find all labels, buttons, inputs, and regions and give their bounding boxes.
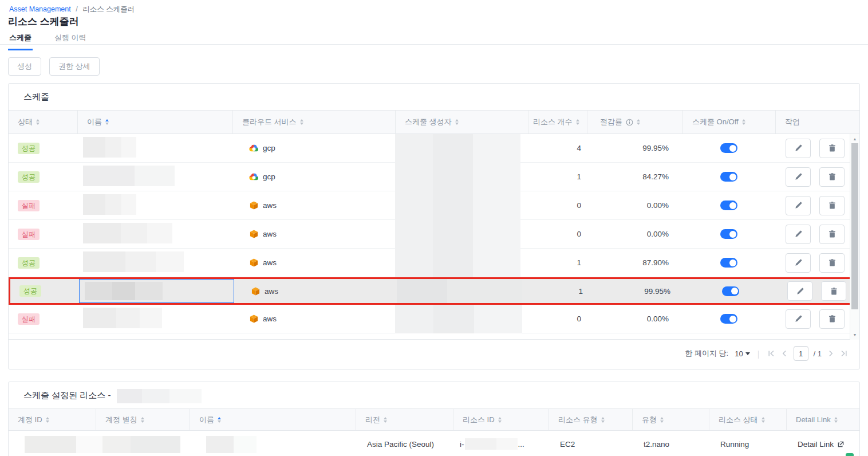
resource-type-cell: EC2 [549, 440, 632, 449]
resource-count-cell: 1 [530, 287, 589, 296]
column-header-status[interactable]: 상태 [9, 111, 77, 133]
schedule-on-off-toggle[interactable] [720, 258, 737, 268]
table-row[interactable]: 성공 gcp 4 99.95% [9, 134, 859, 163]
breadcrumb-link-asset-management[interactable]: Asset Management [9, 5, 71, 13]
schedule-on-off-toggle[interactable] [720, 143, 737, 153]
column-header-resource-id[interactable]: 리소스 ID [453, 409, 549, 430]
chat-widget-peek[interactable] [846, 453, 854, 456]
schedule-on-off-toggle[interactable] [722, 286, 739, 296]
schedule-on-off-toggle[interactable] [720, 314, 737, 324]
tab-divider [0, 44, 868, 45]
detail-link[interactable]: Detail Link [798, 440, 834, 449]
table-row-selected[interactable]: 성공 aws 1 99.95% [9, 277, 859, 305]
column-header-name[interactable]: 이름 [190, 409, 356, 430]
delete-button[interactable] [819, 196, 845, 215]
redacted-account-id [25, 436, 180, 453]
info-icon[interactable] [626, 119, 633, 126]
status-badge: 실패 [18, 200, 40, 211]
edit-button[interactable] [786, 196, 811, 215]
table-row[interactable]: 실패 aws 0 0.00% [9, 191, 859, 220]
create-button[interactable]: 생성 [8, 57, 41, 76]
column-header-resource-state[interactable]: 리소스 상태 [709, 409, 786, 430]
chevron-down-icon [745, 352, 750, 355]
column-header-schedule-on-off[interactable]: 스케줄 On/Off [682, 111, 775, 133]
edit-button[interactable] [786, 225, 811, 244]
saving-rate-cell: 0.00% [587, 315, 682, 323]
delete-button[interactable] [819, 225, 845, 244]
delete-button[interactable] [819, 253, 845, 273]
table-row[interactable]: 실패 aws 0 0.00% [9, 220, 859, 249]
region-cell: Asia Pacific (Seoul) [356, 440, 453, 449]
scrollbar-thumb[interactable] [851, 143, 858, 309]
column-header-resource-type[interactable]: 리소스 유형 [549, 409, 632, 430]
last-page-button[interactable] [840, 349, 848, 357]
cloud-service-cell: aws [232, 201, 395, 210]
delete-button[interactable] [821, 281, 846, 301]
table-row[interactable]: 성공 gcp 1 84.27% [9, 163, 859, 191]
schedule-on-off-toggle[interactable] [720, 201, 737, 210]
resource-id-cell: i- ... [453, 438, 549, 450]
type-cell: t2.nano [632, 440, 709, 449]
delete-button[interactable] [819, 167, 845, 187]
per-page-select[interactable]: 10 [735, 349, 749, 358]
delete-button[interactable] [819, 309, 845, 329]
creator-cell [397, 279, 530, 303]
saving-rate-cell: 84.27% [587, 172, 682, 181]
name-cell [77, 308, 232, 330]
sort-icon [498, 417, 502, 423]
toggle-cell [682, 229, 775, 239]
column-header-region[interactable]: 리전 [356, 409, 453, 430]
table-row[interactable]: 실패 aws 0 0.00% [9, 305, 859, 333]
tab-schedule[interactable]: 스케줄 [8, 30, 33, 50]
table-scrollbar[interactable]: ▲ ▼ [850, 134, 859, 340]
edit-button[interactable] [787, 281, 812, 301]
column-header-cloud-service[interactable]: 클라우드 서비스 [232, 111, 395, 133]
aws-icon [249, 315, 259, 323]
sort-icon [300, 119, 303, 125]
schedule-on-off-toggle[interactable] [720, 229, 737, 239]
actions-cell [777, 281, 858, 301]
edit-button[interactable] [786, 139, 811, 158]
schedule-panel-title: 스케줄 [9, 84, 859, 111]
column-header-account-alias[interactable]: 계정 별칭 [96, 409, 190, 430]
column-header-name[interactable]: 이름 [77, 111, 232, 133]
table-row[interactable]: 성공 aws 1 87.90% [9, 249, 859, 277]
first-page-button[interactable] [767, 349, 775, 357]
column-header-saving-rate[interactable]: 절감률 [587, 111, 682, 133]
column-header-type[interactable]: 유형 [632, 409, 709, 430]
resource-row[interactable]: Asia Pacific (Seoul) i- ... EC2 t2.nano … [9, 431, 859, 456]
permission-detail-button[interactable]: 권한 상세 [49, 57, 100, 76]
creator-cell [395, 163, 528, 191]
cloud-service-cell: aws [232, 258, 395, 267]
status-badge: 성공 [19, 285, 41, 297]
tab-execution-history[interactable]: 실행 이력 [53, 30, 88, 50]
current-page-input[interactable]: 1 [794, 346, 808, 361]
cloud-service-cell: aws [234, 287, 397, 296]
previous-page-button[interactable] [780, 349, 788, 357]
edit-button[interactable] [786, 167, 811, 187]
trash-icon [830, 287, 838, 296]
next-page-button[interactable] [827, 349, 835, 357]
resource-count-cell: 4 [528, 144, 587, 152]
column-header-resource-count[interactable]: 리소스 개수 [528, 111, 587, 133]
trash-icon [828, 172, 837, 181]
status-cell: 실패 [9, 313, 77, 325]
aws-icon [249, 201, 259, 210]
column-header-account-id[interactable]: 계정 ID [9, 409, 96, 430]
schedule-on-off-toggle[interactable] [720, 172, 737, 182]
sort-icon [455, 119, 459, 125]
scrollbar-down-arrow[interactable]: ▼ [850, 333, 859, 337]
redacted-name [83, 194, 136, 215]
column-header-creator[interactable]: 스케줄 생성자 [395, 111, 528, 133]
sort-icon [762, 417, 765, 423]
sort-icon [384, 417, 387, 423]
creator-cell [395, 191, 528, 219]
name-cell-selected[interactable] [79, 279, 234, 303]
edit-button[interactable] [786, 309, 811, 329]
cloud-service-cell: aws [232, 315, 395, 323]
scrollbar-up-arrow[interactable]: ▲ [850, 137, 859, 141]
cloud-service-cell: gcp [232, 144, 395, 152]
edit-button[interactable] [786, 253, 811, 273]
column-header-detail-link[interactable]: Detail Link [786, 409, 859, 430]
delete-button[interactable] [819, 139, 845, 158]
